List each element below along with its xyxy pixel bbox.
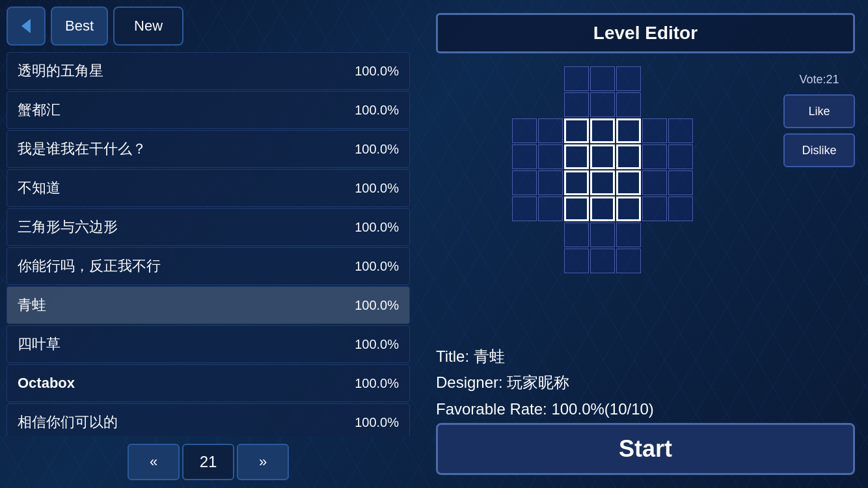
list-item[interactable]: 蟹都汇100.0%	[7, 91, 410, 129]
level-info: Title: 青蛙 Designer: 玩家昵称 Favorable Rate:…	[436, 344, 855, 423]
left-panel: Best New 透明的五角星100.0%蟹都汇100.0%我是谁我在干什么？1…	[0, 0, 416, 488]
list-item-title: 不知道	[18, 178, 61, 198]
grid-cell	[616, 92, 641, 117]
info-title: Title: 青蛙	[436, 344, 855, 370]
list-item-score: 100.0%	[355, 298, 399, 313]
grid-cell	[642, 170, 667, 195]
level-editor-title: Level Editor	[436, 13, 855, 53]
list-item-score: 100.0%	[355, 64, 399, 79]
grid-cell	[590, 118, 615, 143]
list-item-score: 100.0%	[355, 220, 399, 235]
grid-cell	[616, 118, 641, 143]
grid-cell	[616, 197, 641, 221]
level-list: 透明的五角星100.0%蟹都汇100.0%我是谁我在干什么？100.0%不知道1…	[0, 52, 416, 436]
grid-cell	[668, 118, 693, 143]
list-item-title: 蟹都汇	[18, 100, 61, 120]
svg-marker-0	[21, 19, 31, 33]
grid-cell	[564, 249, 589, 273]
list-item[interactable]: 不知道100.0%	[7, 169, 410, 207]
list-item[interactable]: 三角形与六边形100.0%	[7, 208, 410, 246]
list-item[interactable]: 相信你们可以的100.0%	[7, 403, 410, 436]
grid-cell	[590, 170, 615, 195]
grid-cell	[564, 66, 589, 91]
grid-cell	[668, 144, 693, 169]
grid-cell	[564, 144, 589, 169]
vote-count: Vote:21	[799, 73, 839, 87]
grid-cell	[616, 223, 641, 247]
list-item-score: 100.0%	[355, 181, 399, 196]
grid-cell	[538, 118, 563, 143]
back-button[interactable]	[7, 7, 46, 46]
start-button[interactable]: Start	[436, 423, 855, 475]
grid-cell	[512, 170, 537, 195]
grid-cell	[616, 144, 641, 169]
list-item-title: 我是谁我在干什么？	[18, 139, 146, 159]
list-item-title: 青蛙	[18, 295, 46, 315]
list-item-title: 透明的五角星	[18, 61, 103, 81]
grid-cell	[616, 249, 641, 273]
grid-cell	[564, 197, 589, 221]
list-item[interactable]: 青蛙100.0%	[7, 286, 410, 324]
right-panel: Level Editor Vote:21 Like Dislike Title:…	[416, 0, 868, 488]
grid-cell	[590, 197, 615, 221]
list-item-score: 100.0%	[355, 259, 399, 274]
grid-cell	[538, 170, 563, 195]
list-item[interactable]: 你能行吗，反正我不行100.0%	[7, 247, 410, 285]
grid-cell	[538, 144, 563, 169]
list-item[interactable]: 透明的五角星100.0%	[7, 52, 410, 90]
grid-cell	[538, 197, 563, 221]
list-item-score: 100.0%	[355, 415, 399, 430]
list-item-title: 三角形与六边形	[18, 217, 118, 237]
dislike-button[interactable]: Dislike	[783, 133, 855, 167]
grid-cell	[512, 118, 537, 143]
list-item-score: 100.0%	[355, 337, 399, 352]
like-button[interactable]: Like	[783, 94, 855, 128]
preview-area: Vote:21 Like Dislike	[436, 66, 855, 333]
list-item[interactable]: Octabox100.0%	[7, 364, 410, 402]
grid-cell	[616, 170, 641, 195]
tab-best[interactable]: Best	[51, 7, 108, 46]
grid-cell	[512, 144, 537, 169]
back-icon	[16, 16, 36, 36]
grid-cell	[590, 144, 615, 169]
pagination: « 21 »	[0, 436, 416, 488]
level-grid-preview	[436, 66, 770, 275]
list-item-score: 100.0%	[355, 103, 399, 118]
list-item-title: 相信你们可以的	[18, 413, 118, 432]
list-item[interactable]: 我是谁我在干什么？100.0%	[7, 130, 410, 168]
grid-cell	[616, 66, 641, 91]
vote-panel: Vote:21 Like Dislike	[783, 66, 855, 167]
grid-cell	[590, 249, 615, 273]
list-item[interactable]: 四叶草100.0%	[7, 325, 410, 363]
grid-cell	[564, 170, 589, 195]
grid-cell	[512, 197, 537, 221]
grid-cell	[564, 223, 589, 247]
grid-cell	[668, 170, 693, 195]
info-designer: Designer: 玩家昵称	[436, 370, 855, 396]
grid-cell	[590, 92, 615, 117]
top-bar: Best New	[0, 0, 416, 52]
tab-new[interactable]: New	[113, 7, 183, 46]
grid-cell	[642, 144, 667, 169]
grid-cell	[642, 197, 667, 221]
grid-cell	[564, 92, 589, 117]
prev-page-button[interactable]: «	[128, 444, 180, 480]
grid-cell	[564, 118, 589, 143]
grid-cell	[590, 223, 615, 247]
list-item-title: Octabox	[18, 375, 75, 392]
next-page-button[interactable]: »	[237, 444, 289, 480]
list-item-title: 四叶草	[18, 334, 61, 354]
grid-cell	[642, 118, 667, 143]
page-number: 21	[182, 444, 234, 480]
grid-cell	[590, 66, 615, 91]
info-rate: Favorable Rate: 100.0%(10/10)	[436, 396, 855, 423]
list-item-score: 100.0%	[355, 142, 399, 157]
grid-cell	[668, 197, 693, 221]
list-item-score: 100.0%	[355, 376, 399, 391]
list-item-title: 你能行吗，反正我不行	[18, 256, 161, 276]
